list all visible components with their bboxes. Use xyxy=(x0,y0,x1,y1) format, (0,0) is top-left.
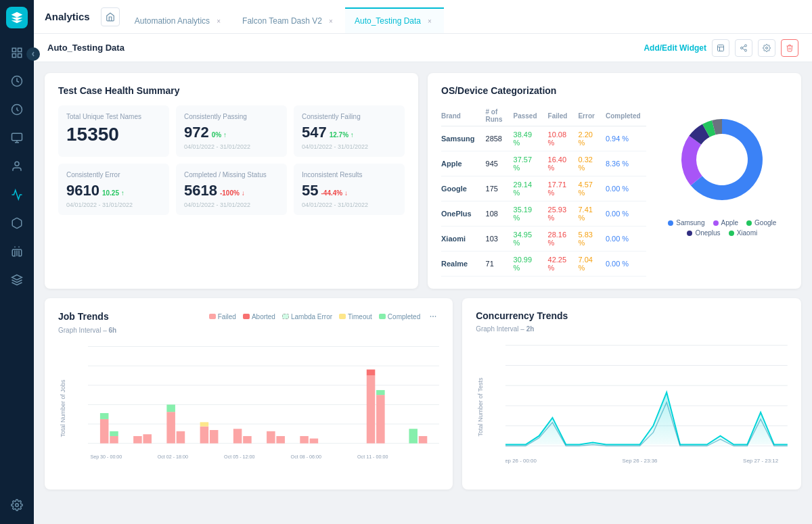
sidebar-item-person[interactable] xyxy=(5,154,29,178)
home-button[interactable] xyxy=(101,7,120,26)
sidebar-item-activity[interactable] xyxy=(5,69,29,93)
svg-rect-54 xyxy=(409,429,418,443)
completed-missing-date: 04/01/2022 - 31/01/2022 xyxy=(184,201,279,208)
cell-runs: 71 xyxy=(480,252,508,277)
consistently-failing-value: 547 12.7% ↑ xyxy=(302,124,397,141)
settings-icon-button[interactable] xyxy=(758,39,775,57)
inconsistent-label: Inconsistent Results xyxy=(302,170,397,179)
tab-close-automation[interactable]: × xyxy=(214,16,223,26)
delete-icon-button[interactable] xyxy=(781,39,798,57)
cell-completed: 0.00 % xyxy=(600,176,646,201)
sidebar-item-analytics[interactable] xyxy=(5,183,29,207)
os-table-wrap: Brand # of Runs Passed Failed Error Comp… xyxy=(441,105,646,277)
cell-error: 7.04 % xyxy=(572,252,600,277)
cell-completed: 0.00 % xyxy=(600,227,646,252)
col-failed: Failed xyxy=(543,105,573,126)
svg-rect-53 xyxy=(376,390,385,395)
concurrency-interval: Graph Interval – 2h xyxy=(476,325,788,333)
svg-text:Sep 30 - 00:00: Sep 30 - 00:00 xyxy=(90,454,122,460)
health-summary-title: Test Case Health Summary xyxy=(58,85,405,96)
sidebar-item-time[interactable] xyxy=(5,97,29,122)
svg-text:Oct 11 - 00:00: Oct 11 - 00:00 xyxy=(357,454,388,460)
tab-falcon-team[interactable]: Falcon Team Dash V2 × xyxy=(233,7,345,33)
job-trends-header: Job Trends Failed Aborted Lambda Erro xyxy=(58,310,439,323)
concurrency-svg: 0 5 11 17 23 29 xyxy=(505,338,788,473)
svg-rect-48 xyxy=(300,436,309,444)
add-edit-widget-button[interactable]: Add/Edit Widget xyxy=(644,43,706,53)
inconsistent-date: 04/01/2022 - 31/01/2022 xyxy=(302,201,397,208)
svg-point-7 xyxy=(15,162,19,166)
svg-rect-10 xyxy=(718,45,724,51)
job-trends-svg: 0 4 8 12 16 20 xyxy=(88,339,439,475)
os-table: Brand # of Runs Passed Failed Error Comp… xyxy=(441,105,646,277)
concurrency-chart-container: Total Number of Tests 0 5 11 17 xyxy=(476,338,788,476)
svg-rect-35 xyxy=(110,431,118,436)
cell-completed: 0.94 % xyxy=(600,126,646,151)
svg-rect-38 xyxy=(166,412,175,444)
top-row: Test Case Health Summary Total Unique Te… xyxy=(45,73,801,289)
svg-rect-42 xyxy=(200,422,209,426)
job-trends-legend: Failed Aborted Lambda Error Timeout xyxy=(209,310,440,323)
svg-text:Sep 26 - 23:36: Sep 26 - 23:36 xyxy=(623,458,658,464)
svg-rect-0 xyxy=(12,48,16,51)
svg-line-15 xyxy=(742,46,744,47)
svg-rect-34 xyxy=(110,436,118,444)
sidebar-item-bug[interactable] xyxy=(5,239,29,264)
svg-rect-33 xyxy=(100,413,109,419)
consistently-failing-label: Consistently Failing xyxy=(302,112,397,121)
collapse-button[interactable] xyxy=(26,47,40,61)
cell-brand: Apple xyxy=(441,151,480,176)
svg-rect-37 xyxy=(143,434,152,443)
inconsistent-badge: -44.4% ↓ xyxy=(321,189,347,197)
cell-passed: 30.99 % xyxy=(508,252,543,277)
subheader: Auto_Testing Data Add/Edit Widget xyxy=(34,34,812,62)
svg-marker-8 xyxy=(12,275,22,281)
completed-missing-badge: -100% ↓ xyxy=(220,189,245,197)
svg-point-16 xyxy=(766,47,768,49)
cell-runs: 108 xyxy=(480,201,508,227)
svg-point-19 xyxy=(430,316,431,317)
legend-timeout: Timeout xyxy=(339,313,372,320)
cell-failed: 28.16 % xyxy=(543,227,573,252)
cell-runs: 945 xyxy=(480,151,508,176)
svg-rect-41 xyxy=(200,427,209,444)
svg-text:Sep 27 - 23:12: Sep 27 - 23:12 xyxy=(743,458,778,464)
svg-point-18 xyxy=(435,316,436,317)
svg-rect-6 xyxy=(12,133,22,141)
health-summary-card: Test Case Health Summary Total Unique Te… xyxy=(45,73,418,289)
app-logo[interactable] xyxy=(6,7,28,28)
sidebar-item-cube[interactable] xyxy=(5,211,29,235)
sidebar-item-layers[interactable] xyxy=(5,268,29,292)
legend-oneplus: Oneplus xyxy=(687,229,720,237)
svg-text:Oct 02 - 18:00: Oct 02 - 18:00 xyxy=(158,454,188,460)
share-icon-button[interactable] xyxy=(735,39,752,57)
sidebar-item-monitor[interactable] xyxy=(5,126,29,150)
table-row: Apple 945 37.57 % 16.40 % 0.32 % 8.36 % xyxy=(441,151,646,176)
consistently-error-label: Consistently Error xyxy=(66,170,161,179)
svg-rect-44 xyxy=(233,429,242,443)
svg-text:Sep 26 - 00:00: Sep 26 - 00:00 xyxy=(505,458,537,464)
dashboard-content: Test Case Health Summary Total Unique Te… xyxy=(34,62,812,524)
consistently-passing-badge: 0% ↑ xyxy=(212,131,227,139)
chart-options-button[interactable] xyxy=(427,310,439,323)
tab-close-falcon[interactable]: × xyxy=(326,16,336,26)
concurrency-trends-card: Concurrency Trends Graph Interval – 2h T… xyxy=(462,298,801,490)
tab-close-auto-testing[interactable]: × xyxy=(425,16,434,26)
sidebar-item-settings[interactable] xyxy=(5,493,29,517)
total-unique-label: Total Unique Test Names xyxy=(66,112,161,121)
donut-legend: Samsung Apple Google xyxy=(657,219,788,237)
table-row: Realme 71 30.99 % 42.25 % 7.04 % 0.00 % xyxy=(441,252,646,277)
svg-text:Oct 08 - 06:00: Oct 08 - 06:00 xyxy=(291,454,321,460)
cell-passed: 29.14 % xyxy=(508,176,543,201)
sidebar-item-dashboard[interactable] xyxy=(5,41,29,65)
sidebar xyxy=(0,0,34,524)
col-passed: Passed xyxy=(508,105,543,126)
svg-rect-55 xyxy=(419,436,428,444)
tab-automation-analytics[interactable]: Automation Analytics × xyxy=(125,7,233,33)
consistently-error-value: 9610 10.25 ↑ xyxy=(66,182,161,199)
concurrency-title: Concurrency Trends xyxy=(476,310,568,321)
layout-icon-button[interactable] xyxy=(712,39,729,57)
svg-point-17 xyxy=(433,316,434,317)
svg-line-14 xyxy=(742,48,744,49)
tab-auto-testing[interactable]: Auto_Testing Data × xyxy=(345,7,444,33)
